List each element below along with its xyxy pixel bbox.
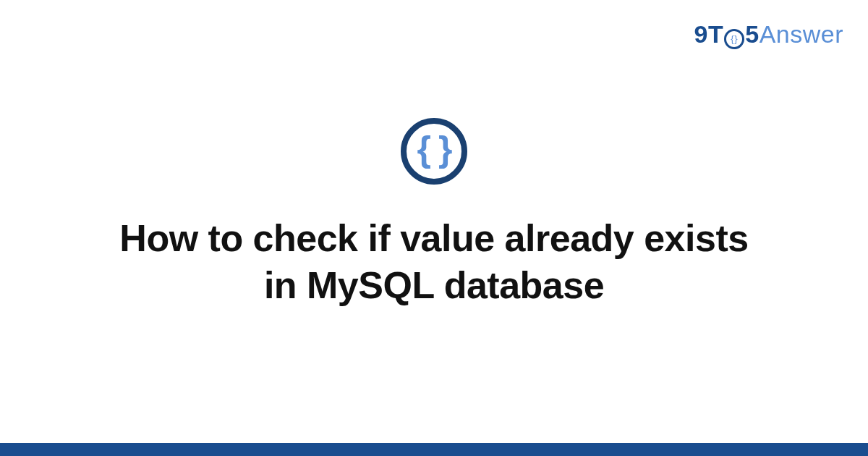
code-braces-icon: { }	[401, 118, 467, 185]
main-content: { } How to check if value already exists…	[0, 0, 868, 456]
braces-glyph: { }	[417, 131, 451, 167]
code-icon-wrapper: { }	[401, 118, 467, 185]
page-title: How to check if value already exists in …	[109, 215, 760, 309]
bottom-accent-bar	[0, 443, 868, 456]
